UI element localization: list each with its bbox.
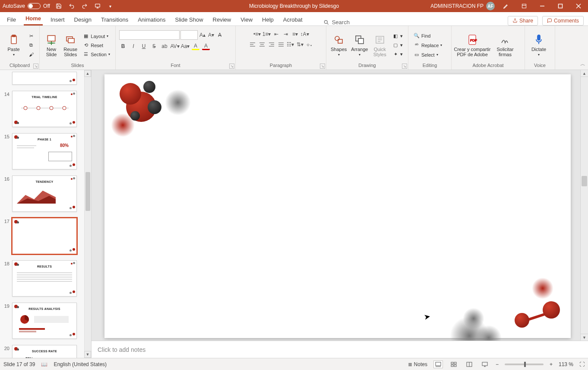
save-icon[interactable]	[54, 2, 63, 10]
paragraph-dialog-launcher[interactable]: ↘	[320, 64, 325, 69]
tab-home[interactable]: Home	[24, 12, 43, 26]
font-family-combo[interactable]	[119, 30, 180, 40]
autosave-toggle[interactable]: AutoSave Off	[3, 3, 50, 9]
justify-button[interactable]	[277, 41, 285, 48]
maximize-icon[interactable]	[553, 2, 567, 10]
pencil-draw-icon[interactable]	[499, 2, 513, 10]
layout-button[interactable]: ▦Layout▾	[81, 32, 112, 40]
format-painter-button[interactable]: 🖌	[26, 51, 36, 58]
zoom-percent[interactable]: 113 %	[559, 361, 573, 367]
ribbon-display-icon[interactable]	[517, 2, 531, 10]
clear-format-button[interactable]: A̶	[216, 31, 224, 39]
strike-button[interactable]: S̶	[150, 42, 158, 50]
tab-file[interactable]: File	[5, 13, 18, 26]
font-dialog-launcher[interactable]: ↘	[229, 64, 234, 69]
scroll-up-icon[interactable]: ▲	[581, 70, 588, 77]
slide-thumbnail-selected[interactable]	[12, 218, 77, 254]
highlight-color-button[interactable]: A	[192, 42, 199, 50]
comments-button[interactable]: Comments	[542, 16, 584, 26]
char-spacing-button[interactable]: AV▾	[171, 42, 179, 50]
slide-thumbnail[interactable]	[12, 72, 77, 85]
scroll-knob[interactable]	[582, 176, 587, 186]
arrange-button[interactable]: Arrange▾	[350, 33, 369, 57]
line-spacing-button[interactable]: ≡▾	[291, 30, 299, 38]
editor-scrollbar[interactable]: ▲ ▼	[580, 70, 588, 341]
tab-animations[interactable]: Animations	[136, 13, 167, 26]
columns-button[interactable]: ☷▾	[287, 41, 294, 48]
numbering-button[interactable]: 1≡▾	[263, 30, 271, 38]
fit-to-window-button[interactable]: ⛶	[579, 361, 585, 367]
reuse-slides-button[interactable]: Reuse Slides	[62, 33, 79, 58]
slide-thumbnail[interactable]: PHASE 1 80%	[12, 133, 77, 169]
slideshow-view-button[interactable]	[480, 360, 490, 368]
quick-styles-button[interactable]: Quick Styles	[371, 33, 388, 58]
smartart-button[interactable]: ⟐▾	[306, 41, 313, 48]
change-case-button[interactable]: Aa▾	[181, 42, 189, 50]
find-button[interactable]: 🔍Find	[412, 32, 444, 40]
inc-indent-button[interactable]: ⇥	[282, 30, 290, 38]
select-button[interactable]: ▭Select ▾	[412, 51, 444, 59]
zoom-in-button[interactable]: +	[550, 361, 553, 367]
grow-font-button[interactable]: A▴	[199, 31, 206, 39]
scroll-down-icon[interactable]: ▼	[581, 334, 588, 341]
shape-outline-button[interactable]: ▢▾	[391, 41, 405, 49]
bullets-button[interactable]: •≡▾	[253, 30, 261, 38]
thumb-scroll-up[interactable]: ▲	[84, 70, 91, 77]
slide-thumbnail[interactable]: SUCCESS RATE 75%	[12, 345, 77, 358]
drawing-dialog-launcher[interactable]: ↘	[402, 64, 407, 69]
reset-button[interactable]: ⟲Reset	[81, 41, 112, 49]
notes-pane[interactable]: Click to add notes	[92, 341, 588, 358]
thumb-scroll-down[interactable]: ▼	[84, 351, 91, 358]
tab-transitions[interactable]: Transitions	[99, 13, 130, 26]
sorter-view-button[interactable]	[449, 360, 458, 368]
slide-thumbnail[interactable]: TRIAL TIMELINE	[12, 91, 77, 127]
italic-button[interactable]: I	[130, 42, 137, 50]
tab-view[interactable]: View	[239, 13, 254, 26]
undo-icon[interactable]	[67, 2, 76, 10]
collapse-ribbon-button[interactable]: ︿	[580, 61, 585, 68]
create-share-pdf-button[interactable]: PDF Crear y compartir PDF de Adobe	[455, 33, 490, 58]
text-direction-button[interactable]: ↕A▾	[301, 30, 309, 38]
tab-help[interactable]: Help	[260, 13, 275, 26]
shrink-font-button[interactable]: A▾	[207, 31, 215, 39]
reading-view-button[interactable]	[465, 360, 474, 368]
slide-thumbnail[interactable]: RESULTS	[12, 260, 77, 297]
clipboard-dialog-launcher[interactable]: ↘	[33, 64, 38, 69]
align-text-button[interactable]: ⇅▾	[296, 41, 304, 48]
paste-button[interactable]: Paste ▾	[3, 33, 24, 57]
align-center-button[interactable]	[258, 41, 266, 48]
zoom-out-button[interactable]: −	[496, 361, 499, 367]
font-size-combo[interactable]	[180, 30, 198, 40]
slide-canvas[interactable]	[104, 74, 571, 338]
section-button[interactable]: ☰Section▾	[81, 51, 112, 58]
tab-slide-show[interactable]: Slide Show	[173, 13, 205, 26]
tab-design[interactable]: Design	[73, 13, 93, 26]
normal-view-button[interactable]	[433, 360, 443, 368]
tab-review[interactable]: Review	[211, 13, 233, 26]
new-slide-button[interactable]: New Slide	[43, 33, 60, 58]
notes-toggle[interactable]: ≣ Notes	[408, 361, 427, 367]
qat-more-icon[interactable]: ▾	[106, 2, 115, 10]
align-left-button[interactable]	[249, 41, 256, 48]
from-beginning-icon[interactable]	[93, 2, 102, 10]
slide-counter[interactable]: Slide 17 of 39	[3, 361, 35, 367]
shape-effects-button[interactable]: ✦▾	[391, 51, 405, 58]
tell-me-search[interactable]: Search	[323, 19, 350, 26]
thumb-scrollbar[interactable]	[84, 77, 91, 351]
font-color-button[interactable]: A	[202, 42, 210, 50]
request-signatures-button[interactable]: Solicitar firmas	[492, 33, 518, 58]
cut-button[interactable]: ✂	[26, 32, 36, 40]
minimize-icon[interactable]	[535, 2, 549, 10]
shape-fill-button[interactable]: ◧▾	[391, 32, 405, 40]
zoom-slider[interactable]	[505, 364, 544, 365]
share-button[interactable]: Share	[508, 16, 538, 26]
copy-button[interactable]: ⧉	[26, 41, 36, 49]
account-button[interactable]: ADMINISTRACION FP AF	[430, 2, 495, 10]
redo-icon[interactable]	[80, 2, 89, 10]
dec-indent-button[interactable]: ⇤	[272, 30, 280, 38]
thumb-scroll-knob[interactable]	[85, 172, 90, 211]
replace-button[interactable]: ᵃᵇReplace ▾	[412, 41, 444, 49]
slide-thumbnail[interactable]: RESULTS ANALYSIS	[12, 303, 77, 339]
shapes-button[interactable]: Shapes▾	[330, 33, 348, 57]
tab-insert[interactable]: Insert	[49, 13, 66, 26]
